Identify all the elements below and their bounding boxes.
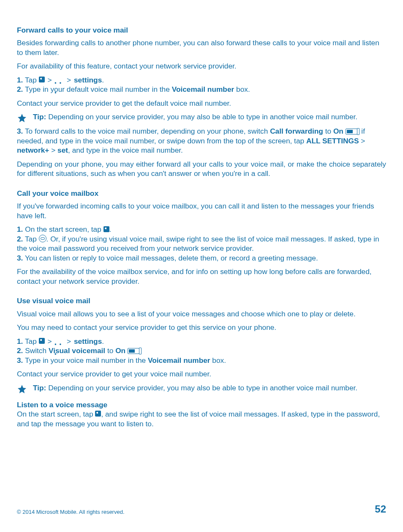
step-3: 3. You can listen or reply to voice mail…: [17, 253, 386, 263]
text: Tap: [23, 235, 38, 243]
step-1: 1. Tap > > settings.: [17, 337, 386, 346]
page-content: Forward calls to your voice mail Besides…: [17, 25, 386, 428]
tip-text: Tip: Depending on your service provider,…: [33, 383, 386, 392]
field-label: Voicemail number: [172, 85, 234, 93]
text: . Or, if you're using visual voice mail,…: [17, 235, 379, 252]
text: Tap: [23, 337, 38, 346]
text: Switch: [23, 346, 49, 355]
star-icon: [17, 113, 27, 123]
text: to: [323, 127, 333, 135]
paragraph: Besides forwarding calls to another phon…: [17, 38, 386, 57]
phone-icon: [39, 77, 45, 82]
chevron-text: >: [64, 76, 74, 84]
text: to: [105, 346, 115, 355]
phone-icon: [103, 226, 109, 232]
text: >: [49, 146, 57, 154]
chevron-text: >: [45, 337, 55, 346]
text: You can listen or reply to voice mail me…: [23, 254, 318, 262]
voicemail-icon: [39, 235, 46, 242]
feature-label: Call forwarding: [270, 127, 323, 135]
paragraph: Visual voice mail allows you to see a li…: [17, 309, 386, 318]
menu-label: ALL SETTINGS: [306, 137, 359, 145]
text: >: [359, 137, 365, 145]
text: .: [102, 337, 104, 346]
text: Depending on your service provider, you …: [46, 112, 357, 121]
menu-label: network+: [17, 146, 49, 154]
text: .: [102, 76, 104, 84]
paragraph: Depending on your phone, you may either …: [17, 159, 386, 178]
paragraph: On the start screen, tap , and swipe rig…: [17, 409, 386, 428]
tip-text: Tip: Depending on your service provider,…: [33, 112, 386, 121]
heading-visual-voicemail: Use visual voice mail: [17, 296, 386, 305]
step-2: 2. Type in your default voice mail numbe…: [17, 85, 386, 94]
step-3: 3. Type in your voice mail number in the…: [17, 356, 386, 365]
text: , and type in the voice mail number.: [68, 146, 183, 154]
settings-label: settings: [74, 76, 102, 84]
step-number: 1.: [17, 76, 23, 84]
chevron-text: >: [64, 337, 74, 346]
page-number: 52: [375, 503, 386, 515]
paragraph: You may need to contact your service pro…: [17, 323, 386, 332]
step-number: 1.: [17, 337, 23, 346]
settings-label: settings: [74, 337, 102, 346]
text: On the start screen, tap: [17, 410, 95, 418]
step-2: 2. Switch Visual voicemail to On .: [17, 346, 386, 355]
copyright-text: © 2014 Microsoft Mobile. All rights rese…: [17, 509, 125, 515]
text: Tap: [23, 76, 38, 84]
manual-page: Forward calls to your voice mail Besides…: [0, 0, 403, 532]
tip-label: Tip:: [33, 112, 46, 121]
text: .: [109, 225, 112, 233]
text: Type in your voice mail number in the: [23, 356, 148, 365]
text: box.: [210, 356, 226, 365]
heading-forward-calls: Forward calls to your voice mail: [17, 25, 386, 35]
state-label: On: [115, 346, 125, 355]
tip-block: Tip: Depending on your service provider,…: [17, 383, 386, 394]
step-number: 2.: [17, 235, 23, 243]
heading-call-mailbox: Call your voice mailbox: [17, 189, 386, 198]
chevron-text: >: [45, 76, 55, 84]
state-label: On: [333, 127, 343, 135]
tip-block: Tip: Depending on your service provider,…: [17, 112, 386, 123]
step-2: 2. Tap . Or, if you're using visual voic…: [17, 234, 386, 253]
toggle-icon: [346, 129, 357, 134]
paragraph: For availability of this feature, contac…: [17, 61, 386, 71]
toggle-icon: [128, 348, 139, 354]
paragraph: For the availability of the voice mailbo…: [17, 267, 386, 286]
paragraph: If you've forwarded incoming calls to yo…: [17, 201, 386, 220]
field-label: Voicemail number: [148, 356, 210, 365]
more-icon: [54, 339, 64, 341]
step-number: 3.: [17, 254, 23, 262]
text: Type in your default voice mail number i…: [23, 85, 172, 93]
step-number: 3.: [17, 127, 23, 135]
text: box.: [234, 85, 250, 93]
text: To forward calls to the voice mail numbe…: [23, 127, 270, 135]
star-icon: [17, 384, 27, 394]
page-footer: © 2014 Microsoft Mobile. All rights rese…: [17, 503, 386, 515]
step-3: 3. To forward calls to the voice mail nu…: [17, 126, 386, 155]
step-1: 1. On the start screen, tap .: [17, 225, 386, 234]
text: On the start screen, tap: [23, 225, 103, 233]
menu-label: set: [57, 146, 68, 154]
text: Depending on your service provider, you …: [46, 384, 357, 392]
step-1: 1. Tap > > settings.: [17, 75, 386, 85]
more-icon: [54, 77, 64, 80]
subheading-listen: Listen to a voice message: [17, 400, 386, 409]
paragraph: Contact your service provider to get you…: [17, 369, 386, 378]
step-number: 2.: [17, 85, 23, 93]
paragraph: Contact your service provider to get the…: [17, 99, 386, 108]
tip-label: Tip:: [33, 384, 46, 392]
step-number: 2.: [17, 346, 23, 355]
phone-icon: [95, 411, 101, 417]
step-number: 3.: [17, 356, 23, 365]
phone-icon: [39, 338, 45, 344]
step-number: 1.: [17, 225, 23, 233]
